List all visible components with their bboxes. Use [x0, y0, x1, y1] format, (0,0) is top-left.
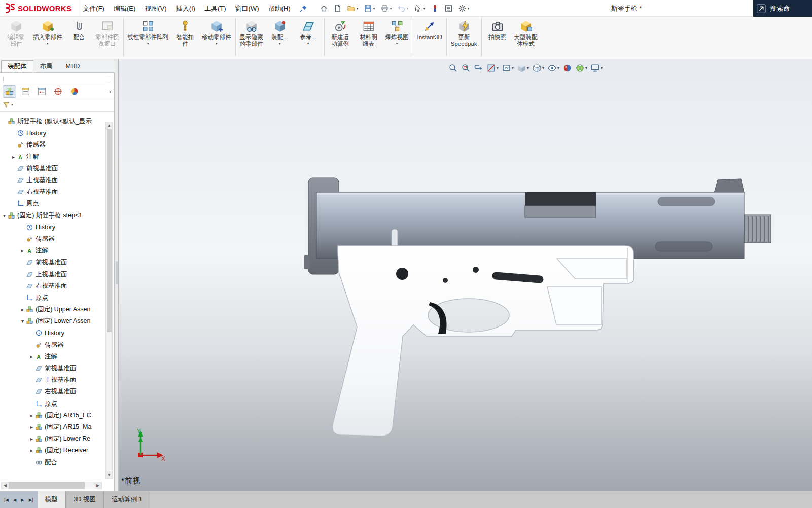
tree-item[interactable]: 传感器 [0, 233, 105, 245]
update-speedpak-button[interactable]: 更新Speedpak [448, 18, 480, 52]
tree-item[interactable]: 右视基准面 [0, 386, 105, 397]
rear-sight[interactable] [714, 179, 744, 193]
scroll-right-arrow[interactable]: ▶ [94, 482, 101, 489]
pivot-pin[interactable] [396, 268, 408, 280]
tree-item[interactable]: 前视基准面 [0, 257, 105, 268]
section-view-button[interactable]: ▾ [485, 62, 500, 74]
muzzle-threads[interactable] [744, 215, 771, 243]
tree-item[interactable]: 右视基准面 [0, 186, 105, 198]
assembly-features-button[interactable]: 装配...▾ [266, 18, 294, 46]
open-button[interactable]: ▾ [345, 2, 361, 15]
tree-item[interactable]: 右视基准面 [0, 280, 105, 292]
ejection-port-cover[interactable] [525, 206, 596, 217]
tree-expand-arrow[interactable]: ▸ [19, 307, 26, 312]
move-component-button[interactable]: 移动零部件▾ [199, 18, 234, 46]
ejection-port[interactable] [525, 192, 596, 206]
new-doc-button[interactable] [331, 2, 344, 15]
tree-expand-arrow[interactable]: ▸ [28, 354, 35, 359]
options-button[interactable]: ▾ [456, 2, 472, 15]
tree-vertical-scrollbar[interactable]: ▲ ▼ [105, 122, 113, 479]
tree-expand-arrow[interactable]: ▸ [28, 436, 35, 442]
tree-item[interactable]: 上视基准面 [0, 374, 105, 386]
sheet-nav-first-button[interactable]: |◀ [3, 496, 10, 503]
sheet-tab-motion-study-1[interactable]: 运动算例 1 [104, 491, 150, 508]
tree-item[interactable]: ▸A注解 [0, 245, 105, 257]
tree-item[interactable]: 斯登手枪 (默认<默认_显示 [0, 116, 105, 127]
tree-item[interactable]: History [0, 327, 105, 339]
tree-expand-arrow[interactable]: ▸ [10, 154, 17, 160]
tree-item[interactable]: 前视基准面 [0, 362, 105, 374]
front-cap-nub[interactable] [304, 255, 310, 269]
configurationmanager-tab[interactable] [36, 86, 48, 97]
tree-expand-arrow[interactable]: ▸ [28, 448, 35, 453]
tree-horizontal-scrollbar[interactable]: ◀ ▶ [1, 482, 102, 489]
reference-geometry-button[interactable]: 参考...▾ [294, 18, 323, 46]
tree-item[interactable]: ▾(固定) Lower Assen [0, 315, 105, 327]
barrel-slot-1[interactable] [658, 197, 715, 206]
tree-expand-arrow[interactable]: ▸ [28, 424, 35, 430]
menu-tools[interactable]: 工具(T) [200, 0, 231, 17]
tab-assembly[interactable]: 装配体 [1, 60, 33, 72]
show-hidden-components-button[interactable]: 显示隐藏的零部件 [237, 18, 266, 52]
barrel-slot-2[interactable] [655, 242, 712, 251]
tab-layout[interactable]: 布局 [33, 60, 59, 72]
tree-item[interactable]: 原点 [0, 292, 105, 304]
instant3d-button[interactable]: Instant3D [415, 18, 445, 46]
displaymanager-tab[interactable] [68, 86, 81, 97]
select-button[interactable]: ▾ [412, 2, 428, 15]
sheet-nav-prev-button[interactable]: ◀ [12, 496, 18, 503]
print-button[interactable]: ▾ [378, 2, 394, 15]
tree-item[interactable]: ▸(固定) AR15_FC [0, 410, 105, 421]
scene-button[interactable]: ▾ [574, 62, 588, 74]
search-commands[interactable]: 搜索命 [753, 0, 812, 17]
tree-item[interactable]: ▸(固定) Receiver [0, 445, 105, 456]
scroll-left-arrow[interactable]: ◀ [2, 482, 9, 489]
tree-item[interactable]: 传感器 [0, 339, 105, 351]
filter-button[interactable]: ▾ [2, 101, 13, 109]
tree-item[interactable]: 上视基准面 [0, 268, 105, 280]
tree-expand-arrow[interactable]: ▸ [19, 248, 26, 253]
rebuild-button[interactable] [429, 2, 441, 15]
home-button[interactable] [317, 2, 330, 15]
tree-item[interactable]: 上视基准面 [0, 174, 105, 186]
menu-file[interactable]: 文件(F) [78, 0, 109, 17]
sheet-nav-last-button[interactable]: ▶| [27, 496, 35, 503]
new-motion-study-button[interactable]: 新建运动算例 [326, 18, 355, 52]
hide-show-button[interactable]: ▾ [546, 62, 560, 74]
menu-window[interactable]: 窗口(W) [231, 0, 264, 17]
scroll-up-arrow[interactable]: ▲ [106, 122, 112, 129]
panel-splitter[interactable] [115, 59, 119, 491]
tree-collapse-arrow[interactable]: ▾ [19, 318, 26, 324]
pin-icon[interactable] [299, 4, 308, 13]
tree-collapse-arrow[interactable]: ▾ [1, 213, 8, 219]
tree-item[interactable]: ▸A注解 [0, 351, 105, 362]
model-3d-view[interactable]: Y X [119, 59, 812, 491]
expand-panel-arrow[interactable]: › [109, 88, 111, 95]
view-orientation-button[interactable]: ▾ [516, 62, 530, 74]
tree-item[interactable]: History [0, 127, 105, 139]
tree-item[interactable]: 配合 [0, 456, 105, 468]
menu-view[interactable]: 视图(V) [140, 0, 171, 17]
tree-item[interactable]: 原点 [0, 398, 105, 410]
tree-item[interactable]: ▸(固定) Lower Re [0, 433, 105, 445]
drawing-view-button[interactable]: ▾ [501, 62, 515, 74]
tree-item[interactable]: ▸A注解 [0, 151, 105, 163]
tree-item[interactable]: 前视基准面 [0, 163, 105, 174]
gun-model[interactable] [304, 178, 771, 436]
smart-fasteners-button[interactable]: 智能扣件 [171, 18, 199, 52]
sheet-nav-next-button[interactable]: ▶ [19, 496, 26, 503]
zoom-fit-button[interactable] [447, 62, 459, 74]
dimxpertmanager-tab[interactable] [52, 86, 64, 97]
menu-help[interactable]: 帮助(H) [263, 0, 295, 17]
scroll-down-arrow[interactable]: ▼ [106, 471, 112, 478]
featuremanager-tab[interactable] [3, 86, 16, 97]
linear-component-pattern-button[interactable]: 线性零部件阵列▾ [125, 18, 171, 46]
take-snapshot-button[interactable]: 拍快照 [483, 18, 512, 46]
tree-item[interactable]: ▸(固定) AR15_Ma [0, 421, 105, 433]
propertymanager-tab[interactable] [19, 86, 32, 97]
exploded-view-button[interactable]: 爆炸视图▾ [383, 18, 411, 46]
scrollbar-thumb[interactable] [107, 129, 112, 332]
tree-item[interactable]: 传感器 [0, 139, 105, 151]
tree-expand-arrow[interactable]: ▸ [28, 413, 35, 418]
taskpane-button[interactable] [442, 2, 455, 15]
